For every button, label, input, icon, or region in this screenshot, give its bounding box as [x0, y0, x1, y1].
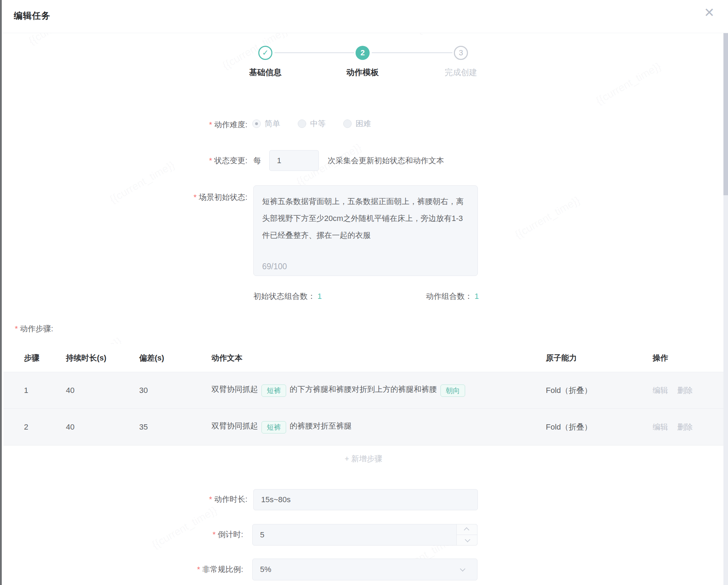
state-change-input[interactable]: 1: [269, 150, 319, 171]
initial-state-text: 短裤五条数据背面朝上，五条数据正面朝上，裤腰朝右，离头部视野下方至少20cm之外…: [262, 197, 464, 240]
duration-input[interactable]: 15s~80s: [253, 489, 478, 510]
spinner-down-button[interactable]: [457, 535, 477, 545]
watermark-text: {{current_time}}: [513, 194, 582, 241]
countdown-label: 倒计时:: [127, 529, 243, 540]
difficulty-radio-2[interactable]: 中等: [298, 118, 326, 129]
add-step-button[interactable]: + 新增步骤: [4, 445, 723, 472]
table-row: 14030双臂协同抓起短裤的下方裤腿和裤腰对折到上方的裤腿和裤腰朝向Fold（折…: [4, 372, 723, 409]
header-offset: 偏差(s): [139, 353, 211, 363]
radio-label: 中等: [310, 118, 326, 129]
header-operations: 操作: [653, 353, 723, 363]
state-change-prefix: 每: [253, 155, 261, 166]
edit-link[interactable]: 编辑: [653, 422, 668, 432]
state-change-label: 状态变更:: [131, 155, 247, 166]
cell-step: 2: [24, 423, 66, 432]
cell-ability: Fold（折叠）: [546, 385, 653, 396]
cell-duration: 40: [66, 423, 139, 432]
chevron-down-icon: [465, 537, 470, 542]
step-3-circle: 3: [454, 46, 468, 60]
watermark-text: {{current_time}}: [150, 504, 219, 551]
step-connector-1: [274, 52, 354, 53]
initial-combo-label: 初始状态组合数：: [253, 292, 315, 301]
entity-tag: 短裤: [261, 384, 286, 397]
initial-combo-value: 1: [317, 292, 322, 301]
cell-duration: 40: [66, 386, 139, 395]
action-steps-label: 动作步骤:: [15, 324, 53, 334]
table-body: 14030双臂协同抓起短裤的下方裤腿和裤腰对折到上方的裤腿和裤腰朝向Fold（折…: [4, 372, 723, 445]
step-connector-2: [372, 52, 452, 53]
countdown-input[interactable]: 5: [252, 524, 477, 546]
action-text-fragment: 双臂协同抓起: [211, 421, 258, 430]
step-2-label: 动作模板: [324, 67, 401, 78]
action-combo-label: 动作组合数：: [426, 292, 473, 301]
header-duration: 持续时长(s): [66, 353, 139, 363]
page-left-edge: [0, 0, 2, 585]
delete-link[interactable]: 删除: [677, 385, 693, 396]
char-counter: 69/100: [262, 263, 287, 271]
radio-circle-icon: [298, 119, 306, 128]
watermark-text: {{current_time}}: [594, 60, 663, 107]
radio-circle-icon: [343, 119, 352, 128]
scrollbar-thumb[interactable]: [723, 33, 728, 195]
difficulty-radio-1[interactable]: 简单: [252, 118, 280, 129]
cell-operations: 编辑删除: [653, 422, 723, 432]
radio-circle-icon: [252, 119, 261, 128]
entity-tag: 朝向: [440, 384, 465, 397]
modal-title: 编辑任务: [14, 10, 50, 21]
header-ability: 原子能力: [546, 353, 653, 363]
entity-tag: 短裤: [261, 421, 286, 433]
cell-action-text: 双臂协同抓起短裤的下方裤腿和裤腰对折到上方的裤腿和裤腰朝向: [211, 384, 546, 397]
table-header-row: 步骤 持续时长(s) 偏差(s) 动作文本 原子能力 操作: [4, 344, 723, 372]
initial-combo-count: 初始状态组合数：1: [253, 291, 322, 302]
edit-link[interactable]: 编辑: [653, 385, 668, 396]
step-3-label: 完成创建: [422, 67, 500, 78]
difficulty-radio-3[interactable]: 困难: [343, 118, 371, 129]
chevron-up-icon: [464, 527, 469, 533]
step-1-circle-check-icon: ✓: [258, 46, 272, 60]
cell-ability: Fold（折叠）: [546, 422, 653, 432]
action-text-fragment: 双臂协同抓起: [211, 385, 258, 394]
step-1-label: 基础信息: [227, 67, 304, 78]
radio-label: 简单: [265, 118, 280, 129]
duration-label: 动作时长:: [131, 494, 247, 505]
header-action-text: 动作文本: [211, 353, 546, 363]
action-combo-value: 1: [475, 292, 479, 301]
header-step: 步骤: [24, 353, 66, 363]
difficulty-radio-group: 简单中等困难: [252, 118, 371, 129]
cell-action-text: 双臂协同抓起短裤的裤腰对折至裤腿: [211, 421, 546, 433]
close-icon[interactable]: ✕: [704, 6, 715, 19]
unusual-ratio-label: 非常规比例:: [127, 564, 243, 575]
initial-state-label: 场景初始状态:: [131, 192, 247, 203]
delete-link[interactable]: 删除: [677, 422, 693, 432]
table-row: 24035双臂协同抓起短裤的裤腰对折至裤腿Fold（折叠）编辑删除: [4, 409, 723, 445]
action-text-fragment: 的下方裤腿和裤腰对折到上方的裤腿和裤腰: [290, 385, 437, 394]
step-2-circle: 2: [356, 46, 370, 60]
difficulty-label: 动作难度:: [131, 119, 247, 130]
cell-operations: 编辑删除: [653, 385, 723, 396]
action-text-fragment: 的裤腰对折至裤腿: [290, 421, 352, 430]
cell-offset: 35: [139, 423, 211, 432]
select-chevron-down-icon: [460, 567, 464, 571]
cell-offset: 30: [139, 386, 211, 395]
radio-label: 困难: [356, 118, 371, 129]
scrollbar-track[interactable]: [723, 33, 728, 585]
spinner-up-button[interactable]: [457, 524, 477, 535]
action-combo-count: 动作组合数：1: [426, 291, 479, 302]
modal-header: 编辑任务 ✕: [2, 0, 728, 33]
initial-state-textarea[interactable]: 短裤五条数据背面朝上，五条数据正面朝上，裤腰朝右，离头部视野下方至少20cm之外…: [253, 185, 478, 276]
cell-step: 1: [24, 386, 66, 395]
state-change-suffix: 次采集会更新初始状态和动作文本: [328, 155, 444, 166]
unusual-ratio-select[interactable]: 5%: [252, 559, 477, 580]
countdown-spinner: [456, 524, 477, 546]
steps-table: 步骤 持续时长(s) 偏差(s) 动作文本 原子能力 操作 14030双臂协同抓…: [4, 344, 723, 472]
